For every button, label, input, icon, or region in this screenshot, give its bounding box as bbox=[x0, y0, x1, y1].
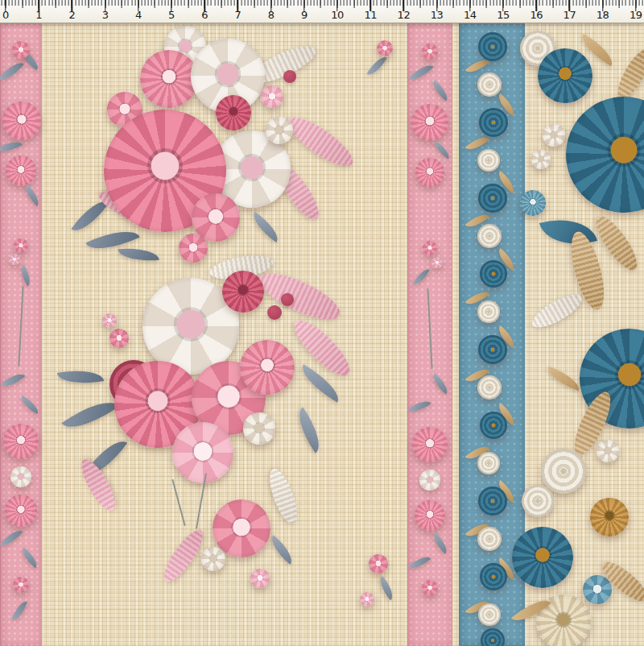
teal-rose-flower bbox=[478, 184, 507, 213]
ruler: 012345678910111213141516171819 bbox=[0, 0, 644, 23]
whiteRose-rose-flower bbox=[477, 72, 502, 97]
teal-rose-flower bbox=[478, 32, 507, 61]
pink-dahlia-flower bbox=[412, 427, 448, 462]
teal-rose-flower bbox=[479, 108, 508, 137]
ruler-number: 6 bbox=[201, 9, 208, 21]
teal-rose-flower bbox=[480, 563, 507, 590]
tealLight-dahlia-flower bbox=[520, 190, 546, 216]
whitePlain-bloom-flower bbox=[266, 117, 293, 144]
ruler-number: 18 bbox=[597, 9, 609, 21]
pink-dahlia-flower bbox=[5, 495, 37, 527]
ruler-cm-ticks bbox=[0, 0, 644, 11]
pinkLight-bloom-flower bbox=[172, 422, 233, 483]
teal-rose-flower bbox=[481, 628, 505, 646]
fabric-swatch-photo: 012345678910111213141516171819 bbox=[0, 0, 644, 646]
pink-dahlia-flower bbox=[6, 155, 36, 186]
pinkDeep-dahlia-flower bbox=[222, 271, 264, 313]
pink-dahlia-flower bbox=[140, 50, 198, 108]
white-bloom-flower bbox=[419, 470, 440, 491]
ruler-number: 3 bbox=[102, 9, 109, 21]
cream-gap bbox=[452, 22, 459, 646]
ruler-number: 10 bbox=[331, 9, 344, 21]
pink-bloom-flower bbox=[179, 234, 208, 263]
pink-dahlia-flower bbox=[2, 101, 41, 140]
ruler-number: 14 bbox=[464, 9, 477, 21]
ruler-number: 16 bbox=[530, 9, 543, 21]
teal-rose-flower bbox=[478, 335, 507, 364]
pink-bloom-flower bbox=[369, 554, 388, 574]
whitePlain-bloom-flower bbox=[531, 150, 551, 169]
pink-bloom-flower bbox=[14, 238, 28, 253]
whiteRose-rose-flower bbox=[541, 449, 586, 494]
pink-bloom-flower bbox=[422, 580, 438, 596]
ruler-number: 11 bbox=[364, 9, 377, 21]
pink-dahlia-flower bbox=[415, 158, 444, 187]
ruler-number: 7 bbox=[235, 9, 242, 21]
whiteRose-rose-flower bbox=[477, 224, 502, 248]
ruler-number: 13 bbox=[431, 9, 444, 21]
whitePlain-bloom-flower bbox=[597, 440, 619, 462]
teal-rose-flower bbox=[478, 487, 507, 516]
ruler-number: 8 bbox=[268, 9, 275, 21]
tealLight-bloom-flower bbox=[583, 575, 612, 604]
ruler-number: 9 bbox=[301, 9, 308, 21]
whiteRose-rose-flower bbox=[477, 375, 502, 400]
teal-dahlia-flower bbox=[538, 48, 592, 103]
ruler-number: 1 bbox=[35, 9, 42, 21]
whiteRose-rose-flower bbox=[477, 300, 500, 323]
ruler-number: 19 bbox=[630, 9, 642, 21]
flower-bud bbox=[267, 305, 282, 320]
pink-bloom-flower bbox=[13, 577, 29, 593]
pinkLight-bloom-flower bbox=[9, 254, 20, 265]
teal-dahlia-flower bbox=[512, 527, 573, 588]
ruler-number: 12 bbox=[398, 9, 411, 21]
pink-bloom-flower bbox=[213, 499, 270, 557]
whiteRose-rose-flower bbox=[477, 527, 502, 551]
whiteRose-rose-flower bbox=[522, 485, 554, 517]
whiteRose-rose-flower bbox=[478, 603, 501, 626]
gold-dahlia-flower bbox=[590, 498, 629, 536]
ruler-number: 17 bbox=[564, 9, 576, 21]
ruler-number: 5 bbox=[168, 9, 175, 21]
whitePlain-bloom-flower bbox=[201, 547, 225, 571]
pink-bloom-flower bbox=[12, 41, 30, 59]
whiteRose-rose-flower bbox=[477, 149, 500, 172]
ruler-number: 4 bbox=[135, 9, 142, 21]
pink-bloom-flower bbox=[422, 43, 438, 60]
flower-bud bbox=[281, 293, 294, 306]
pink-dahlia-flower bbox=[240, 340, 295, 395]
pink-bloom-flower bbox=[109, 329, 129, 348]
pinkLight-bloom-flower bbox=[431, 257, 443, 268]
white-bloom-flower bbox=[10, 466, 31, 487]
ruler-number: 15 bbox=[497, 9, 510, 21]
pinkLight-bloom-flower bbox=[261, 85, 283, 108]
pink-dahlia-flower bbox=[411, 104, 448, 141]
pinkLight-bloom-flower bbox=[360, 592, 374, 607]
pink-dahlia-flower bbox=[3, 424, 39, 459]
flower-bud bbox=[283, 70, 296, 83]
teal-rose-flower bbox=[480, 260, 507, 288]
pinkLight-bloom-flower bbox=[102, 313, 117, 328]
pinkLight-bloom-flower bbox=[250, 569, 270, 588]
pink-bloom-flower bbox=[423, 241, 437, 255]
ruler-number: 2 bbox=[69, 9, 76, 21]
whiteRose-rose-flower bbox=[477, 452, 500, 474]
teal-rose-flower bbox=[480, 412, 507, 439]
pink-dahlia-flower bbox=[415, 500, 445, 531]
whitePlain-bloom-flower bbox=[243, 412, 275, 445]
pink-bloom-flower bbox=[377, 40, 393, 56]
pinkDeep-dahlia-flower bbox=[216, 95, 251, 130]
fabric-layer bbox=[0, 0, 644, 646]
whitePlain-bloom-flower bbox=[543, 124, 565, 147]
ruler-number: 0 bbox=[2, 9, 9, 21]
